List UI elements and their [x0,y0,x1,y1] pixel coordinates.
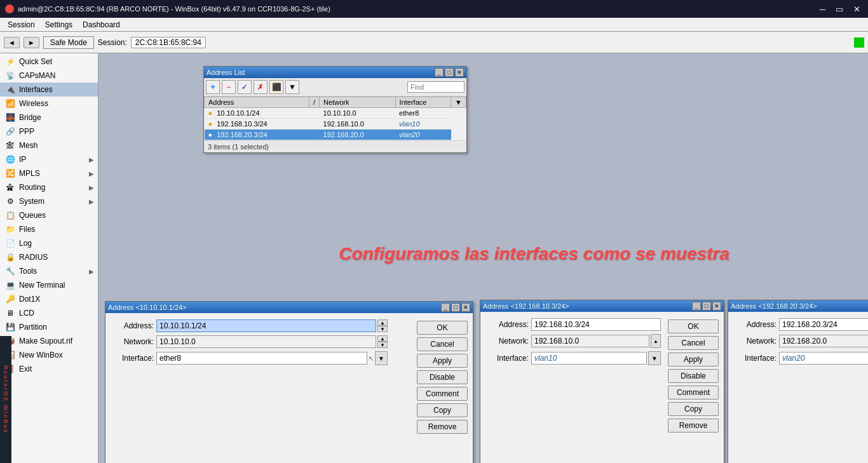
addr1-close-btn[interactable]: ✕ [461,303,470,312]
addr1-ok-btn[interactable]: OK [417,321,468,335]
minimize-button[interactable]: ─ [817,4,828,14]
sidebar-item-radius[interactable]: 🔒 RADIUS [0,250,98,264]
addr2-comment-btn[interactable]: Comment [668,386,719,399]
menu-dashboard[interactable]: Dashboard [78,19,125,30]
addr1-disable-btn[interactable]: Disable [417,370,468,384]
addr2-address-input[interactable] [531,318,661,331]
addr2-interface-dropdown-btn[interactable]: ▼ [648,351,661,365]
sidebar-item-files[interactable]: 📁 Files [0,222,98,236]
addr1-title-bar[interactable]: Address <10.10.10.1/24> _ □ ✕ [105,302,473,313]
addr2-network-label: Network: [484,337,529,346]
addr2-copy-btn[interactable]: Copy [668,402,719,416]
sidebar-item-dot1x[interactable]: 🔑 Dot1X [0,292,98,306]
sidebar-item-mpls[interactable]: 🔀 MPLS ▶ [0,166,98,180]
col-expand[interactable]: ▼ [451,97,466,108]
reset-address-button[interactable]: ⬛ [269,80,283,94]
col-sort[interactable]: / [309,97,320,108]
addr2-remove-btn[interactable]: Remove [668,419,719,433]
addr1-network-down-btn[interactable]: ▼ [377,342,388,348]
addr1-apply-btn[interactable]: Apply [417,354,468,368]
back-button[interactable]: ◄ [4,37,20,48]
addr1-address-down-btn[interactable]: ▼ [377,326,388,332]
sidebar-item-newterminal[interactable]: 💻 New Terminal [0,278,98,292]
address-find-input[interactable] [407,81,465,93]
maximize-button[interactable]: ▭ [833,4,846,14]
sidebar-item-newwinbox-label: New WinBox [19,351,63,359]
mpls-icon: 🔀 [5,168,15,178]
sidebar-item-lcd[interactable]: 🖥 LCD [0,306,98,320]
remove-address-button[interactable]: − [222,80,236,94]
addr2-interface-input[interactable] [531,352,647,365]
sidebar-item-partition[interactable]: 💾 Partition [0,320,98,334]
addr3-address-input[interactable] [779,318,868,331]
addr1-interface-dropdown-btn[interactable]: ▼ [375,351,388,365]
addr1-network-spinner: ▲ ▼ [377,335,388,348]
addr1-cancel-btn[interactable]: Cancel [417,337,468,351]
col-address[interactable]: Address [205,97,309,108]
delete-address-button[interactable]: ✗ [254,80,268,94]
safe-mode-button[interactable]: Safe Mode [43,36,94,49]
sidebar-item-queues[interactable]: 📋 Queues [0,208,98,222]
col-interface[interactable]: Interface [395,97,451,108]
addr1-address-up-btn[interactable]: ▲ [377,319,388,326]
table-row[interactable]: ● 192.168.10.3/24 192.168.10.0 vlan10 [205,119,466,130]
sidebar-item-supout[interactable]: 📦 Make Supout.rif [0,334,98,348]
addr-list-minimize-btn[interactable]: _ [435,68,444,77]
sidebar-item-ppp[interactable]: 🔗 PPP [0,124,98,138]
addr1-win-controls[interactable]: _ □ ✕ [441,303,470,312]
addr2-network-up-btn[interactable]: ▲ [651,334,661,348]
col-network[interactable]: Network [320,97,396,108]
sidebar-item-newwinbox[interactable]: 🪟 New WinBox [0,348,98,362]
sidebar-item-exit[interactable]: 🚪 Exit [0,362,98,376]
sidebar-item-log[interactable]: 📄 Log [0,236,98,250]
sidebar-item-tools[interactable]: 🔧 Tools ▶ [0,264,98,278]
addr1-comment-btn[interactable]: Comment [417,387,468,401]
address-list-title-bar[interactable]: Address List _ □ ✕ [204,67,466,78]
sidebar-item-wireless[interactable]: 📶 Wireless [0,97,98,111]
addr2-apply-btn[interactable]: Apply [668,352,719,366]
addr3-interface-input[interactable] [779,352,868,365]
forward-button[interactable]: ► [24,37,39,48]
table-row[interactable]: ● 10.10.10.1/24 10.10.10.0 ether8 [205,108,466,119]
addr1-remove-btn[interactable]: Remove [417,420,468,434]
sidebar-item-capsman[interactable]: 📡 CAPsMAN [0,69,98,83]
menu-bar: Session Settings Dashboard [0,18,868,32]
addr2-ok-btn[interactable]: OK [668,319,719,333]
addr-list-close-btn[interactable]: ✕ [455,68,464,77]
addr2-disable-btn[interactable]: Disable [668,369,719,383]
row3-icon: ● [208,131,213,138]
close-button[interactable]: ✕ [851,4,863,14]
addr2-cancel-btn[interactable]: Cancel [668,336,719,350]
check-address-button[interactable]: ✓ [238,80,252,94]
addr2-close-btn[interactable]: ✕ [712,302,721,311]
addr2-win-controls[interactable]: _ □ ✕ [692,302,721,311]
menu-settings[interactable]: Settings [40,19,78,30]
addr1-minimize-btn[interactable]: _ [441,303,450,312]
sidebar-item-system[interactable]: ⚙ System ▶ [0,194,98,208]
sidebar-item-quickset[interactable]: ⚡ Quick Set [0,55,98,69]
addr3-title-bar[interactable]: Address <192.168.20.3/24> _ □ ✕ [728,300,868,312]
sidebar-item-routing[interactable]: 🛣 Routing ▶ [0,180,98,194]
title-bar-left: admin@2C:C8:1B:65:8C:94 (RB ARCO NORTE) … [5,4,330,13]
sidebar-item-routing-label: Routing [19,183,45,192]
title-bar-controls[interactable]: ─ ▭ ✕ [817,4,863,14]
addr1-network-up-btn[interactable]: ▲ [377,335,388,342]
sidebar-item-bridge[interactable]: 🌉 Bridge [0,111,98,124]
sidebar-item-mesh[interactable]: 🕸 Mesh [0,138,98,152]
addr3-network-input [779,335,868,347]
menu-session[interactable]: Session [3,19,40,30]
table-row[interactable]: ● 192.168.20.3/24 192.168.20.0 vlan20 [205,130,466,140]
addr1-copy-btn[interactable]: Copy [417,403,468,417]
filter-button[interactable]: ▼ [285,80,299,94]
sidebar-item-interfaces[interactable]: 🔌 Interfaces [0,83,98,97]
addr-list-maximize-btn[interactable]: □ [445,68,454,77]
addr2-maximize-btn[interactable]: □ [702,302,711,311]
addr1-address-input[interactable] [156,319,376,332]
addr2-minimize-btn[interactable]: _ [692,302,701,311]
address-list-win-controls[interactable]: _ □ ✕ [435,68,464,77]
addr1-interface-input[interactable] [156,352,367,365]
sidebar-item-ip[interactable]: 🌐 IP ▶ [0,152,98,166]
addr1-maximize-btn[interactable]: □ [451,303,460,312]
add-address-button[interactable]: + [206,80,220,94]
addr2-title-bar[interactable]: Address <192.168.10.3/24> _ □ ✕ [480,300,724,312]
